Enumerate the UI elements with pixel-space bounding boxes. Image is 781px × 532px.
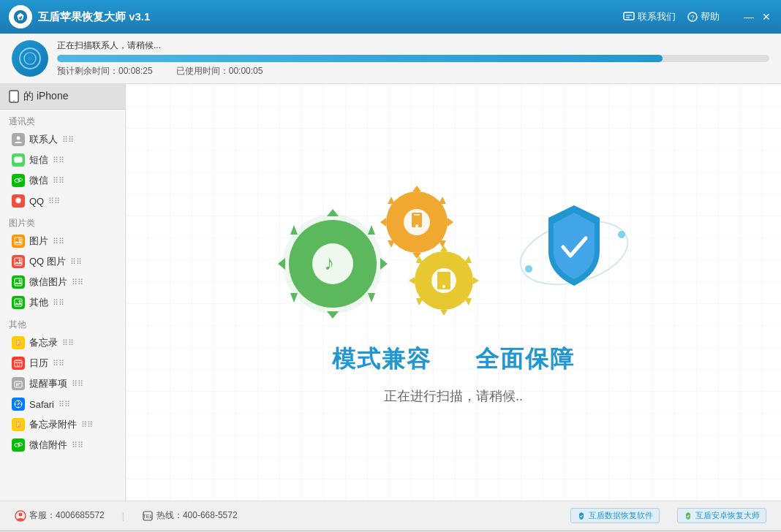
notes-dots: ⠿⠿	[62, 338, 74, 348]
svg-rect-18	[15, 258, 22, 265]
wechatphoto-icon	[12, 276, 25, 289]
wechat-dots: ⠿⠿	[53, 176, 64, 186]
svg-point-41	[415, 224, 418, 227]
hotline-icon: TEL	[142, 510, 154, 522]
window-controls: — ✕	[743, 11, 772, 23]
sidebar-item-other[interactable]: 其他 ⠿⠿	[0, 292, 125, 313]
svg-rect-22	[15, 299, 22, 306]
qq-label: QQ	[29, 196, 44, 207]
progress-bar	[57, 55, 769, 62]
contact-us-button[interactable]: 联系我们	[623, 10, 676, 23]
content-area: ♪	[126, 84, 781, 501]
scanning-text: 正在进行扫描，请稍候..	[384, 387, 523, 405]
svg-rect-28	[16, 386, 18, 387]
qq-icon	[12, 194, 25, 208]
sidebar-item-contacts[interactable]: 联系人 ⠿⠿	[0, 129, 125, 150]
svg-rect-1	[624, 12, 634, 20]
contacts-dots: ⠿⠿	[62, 135, 74, 145]
noteattach-label: 备忘录附件	[29, 418, 77, 431]
qqphoto-dots: ⠿⠿	[70, 257, 82, 267]
contact-us-label: 联系我们	[638, 10, 676, 23]
hotline-text: 热线：400-668-5572	[156, 509, 238, 522]
photos-dots: ⠿⠿	[53, 237, 64, 246]
safari-dots: ⠿⠿	[59, 400, 70, 409]
scan-time-info: 预计剩余时间：00:08:25 已使用时间：00:00:05	[57, 65, 769, 77]
content-inner: ♪	[274, 180, 633, 405]
notes-label: 备忘录	[29, 336, 58, 349]
svg-text:12: 12	[16, 362, 20, 367]
svg-point-14	[16, 199, 20, 203]
contacts-icon	[12, 133, 25, 146]
tagline-1: 模式兼容	[332, 343, 431, 376]
badge-icon-1	[577, 512, 586, 520]
hotline: TEL 热线：400-668-5572	[142, 509, 238, 522]
minimize-button[interactable]: —	[743, 11, 755, 23]
sidebar-item-calendar[interactable]: 12 日历 ⠿⠿	[0, 353, 125, 373]
qqphoto-icon	[12, 255, 25, 268]
other-label: 其他	[29, 296, 48, 309]
wechat-icon	[12, 174, 25, 187]
progress-bar-fill	[57, 55, 663, 62]
noteattach-icon	[12, 418, 25, 431]
sms-dots: ⠿⠿	[53, 156, 64, 165]
sidebar-item-wechatphoto[interactable]: 微信图片 ⠿⠿	[0, 272, 125, 292]
other-icon	[12, 296, 25, 309]
orbit-svg	[516, 187, 633, 319]
sidebar-item-sms[interactable]: 短信 ⠿⠿	[0, 150, 125, 170]
status-bar: 客服：4006685572 | TEL 热线：400-668-5572 互盾数据…	[0, 501, 781, 530]
title-bar-actions: 联系我们 ? 帮助 — ✕	[623, 10, 772, 23]
photos-icon	[12, 235, 25, 248]
qqphoto-label: QQ 图片	[29, 255, 66, 268]
sidebar-item-reminders[interactable]: 提醒事项 ⠿⠿	[0, 373, 125, 394]
section-label-others: 其他	[0, 313, 125, 332]
badge-android-recovery[interactable]: 互盾安卓恢复大师	[677, 508, 766, 523]
sidebar-item-noteattach[interactable]: 备忘录附件 ⠿⠿	[0, 414, 125, 435]
customer-service-icon	[15, 510, 26, 522]
badge-data-recovery[interactable]: 互盾数据恢复软件	[570, 508, 660, 523]
help-button[interactable]: ? 帮助	[687, 10, 720, 23]
sidebar-item-qqphoto[interactable]: QQ 图片 ⠿⠿	[0, 251, 125, 272]
sidebar-item-safari[interactable]: Safari ⠿⠿	[0, 394, 125, 414]
customer-service: 客服：4006685572	[15, 509, 105, 522]
scan-progress-area: 正在扫描联系人，请稍候... 预计剩余时间：00:08:25 已使用时间：00:…	[57, 39, 769, 77]
main-layout: 的 iPhone 通讯类 联系人 ⠿⠿ 短信 ⠿⠿ 微信 ⠿⠿	[0, 84, 781, 501]
svg-point-6	[28, 56, 32, 61]
safari-icon	[12, 398, 25, 411]
tagline-2: 全面保障	[475, 343, 575, 376]
photos-label: 图片	[29, 235, 48, 248]
svg-rect-20	[15, 278, 22, 286]
used-time: 已使用时间：00:00:05	[176, 65, 263, 77]
calendar-dots: ⠿⠿	[53, 359, 64, 368]
svg-point-13	[18, 178, 23, 181]
svg-point-50	[19, 512, 23, 516]
svg-point-9	[17, 137, 20, 140]
tagline-container: 模式兼容 全面保障	[332, 343, 575, 376]
shield-area	[516, 187, 633, 319]
noteattach-dots: ⠿⠿	[81, 420, 93, 430]
section-label-communication: 通讯类	[0, 110, 125, 129]
svg-rect-26	[15, 381, 22, 387]
sidebar-item-photos[interactable]: 图片 ⠿⠿	[0, 231, 125, 251]
svg-point-19	[19, 280, 21, 282]
sidebar-item-wechatattach[interactable]: 微信附件 ⠿⠿	[0, 435, 125, 455]
sidebar-item-notes[interactable]: 备忘录 ⠿⠿	[0, 332, 125, 353]
calendar-label: 日历	[29, 357, 48, 370]
svg-point-32	[18, 443, 23, 446]
sidebar-item-qq[interactable]: QQ ⠿⠿	[0, 191, 125, 211]
help-label: 帮助	[701, 10, 720, 23]
close-button[interactable]: ✕	[761, 11, 772, 23]
sidebar-item-wechat[interactable]: 微信 ⠿⠿	[0, 170, 125, 191]
customer-service-text: 客服：4006685572	[29, 509, 105, 522]
wechatattach-dots: ⠿⠿	[72, 441, 83, 450]
remaining-time: 预计剩余时间：00:08:25	[57, 65, 153, 77]
other-dots: ⠿⠿	[53, 298, 64, 308]
gears-illustration: ♪	[274, 180, 508, 326]
svg-point-17	[19, 259, 21, 262]
svg-point-45	[442, 285, 445, 288]
wechat-label: 微信	[29, 174, 48, 187]
contacts-label: 联系人	[29, 133, 58, 146]
svg-text:♪: ♪	[324, 251, 334, 274]
qq-dots: ⠿⠿	[48, 197, 60, 206]
section-label-photos: 图片类	[0, 211, 125, 231]
reminders-icon	[12, 377, 25, 390]
